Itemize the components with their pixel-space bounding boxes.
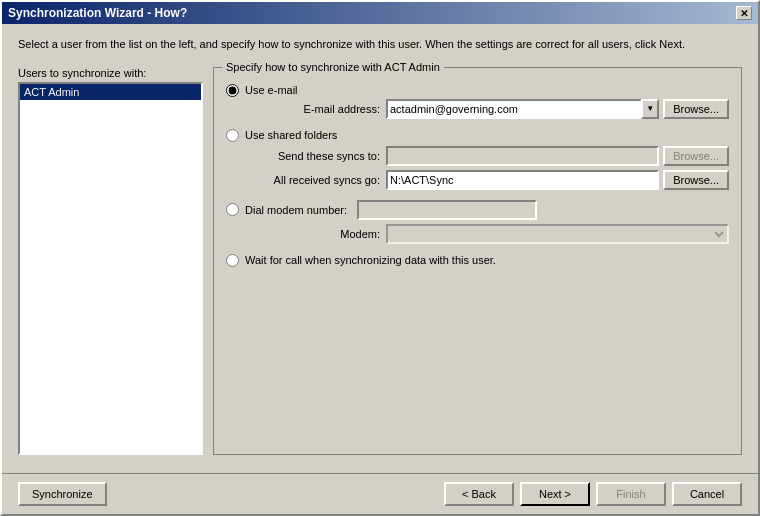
- email-address-row: E-mail address: ▼ Browse...: [246, 99, 729, 119]
- modem-select[interactable]: [386, 224, 729, 244]
- close-button[interactable]: ✕: [736, 6, 752, 20]
- users-list[interactable]: ACT Admin: [18, 82, 203, 456]
- radio-wait-row: Wait for call when synchronizing data wi…: [226, 254, 729, 267]
- shared-folders-section: Use shared folders Send these syncs to: …: [226, 129, 729, 190]
- modem-combo: [386, 224, 729, 244]
- received-syncs-row: All received syncs go: Browse...: [246, 170, 729, 190]
- radio-modem-row: Dial modem number:: [226, 200, 729, 220]
- users-panel-label: Users to synchronize with:: [18, 67, 203, 79]
- main-window: Synchronization Wizard - How? ✕ Select a…: [0, 0, 760, 516]
- received-syncs-input[interactable]: [386, 170, 659, 190]
- email-address-combo: ▼: [386, 99, 659, 119]
- browse-email-button[interactable]: Browse...: [663, 99, 729, 119]
- radio-wait-label: Wait for call when synchronizing data wi…: [245, 254, 496, 266]
- modem-number-input[interactable]: [357, 200, 537, 220]
- footer-left: Synchronize: [18, 482, 107, 506]
- radio-email-label[interactable]: Use e-mail: [245, 84, 298, 96]
- cancel-button[interactable]: Cancel: [672, 482, 742, 506]
- radio-email[interactable]: [226, 84, 239, 97]
- back-button[interactable]: < Back: [444, 482, 514, 506]
- window-title: Synchronization Wizard - How?: [8, 6, 187, 20]
- email-address-label: E-mail address:: [246, 103, 386, 115]
- radio-wait[interactable]: [226, 254, 239, 267]
- radio-shared[interactable]: [226, 129, 239, 142]
- user-item-act-admin[interactable]: ACT Admin: [20, 84, 201, 100]
- footer-right: < Back Next > Finish Cancel: [444, 482, 742, 506]
- modem-label: Modem:: [246, 228, 386, 240]
- users-panel: Users to synchronize with: ACT Admin: [18, 67, 203, 456]
- email-address-input[interactable]: [386, 99, 642, 119]
- send-syncs-row: Send these syncs to: Browse...: [246, 146, 729, 166]
- radio-modem-label[interactable]: Dial modem number:: [245, 204, 347, 216]
- spec-panel: Specify how to synchronize with ACT Admi…: [213, 67, 742, 456]
- received-syncs-label: All received syncs go:: [246, 174, 386, 186]
- browse-send-button[interactable]: Browse...: [663, 146, 729, 166]
- wait-section: Wait for call when synchronizing data wi…: [226, 254, 729, 267]
- email-address-dropdown-arrow[interactable]: ▼: [641, 99, 659, 119]
- title-bar: Synchronization Wizard - How? ✕: [2, 2, 758, 24]
- send-syncs-label: Send these syncs to:: [246, 150, 386, 162]
- finish-button[interactable]: Finish: [596, 482, 666, 506]
- modem-section: Dial modem number: Modem:: [226, 200, 729, 244]
- main-content: Select a user from the list on the left,…: [2, 24, 758, 467]
- radio-shared-label[interactable]: Use shared folders: [245, 129, 337, 141]
- spec-panel-legend: Specify how to synchronize with ACT Admi…: [222, 61, 444, 73]
- radio-email-row: Use e-mail: [226, 84, 729, 97]
- browse-received-button[interactable]: Browse...: [663, 170, 729, 190]
- synchronize-button[interactable]: Synchronize: [18, 482, 107, 506]
- main-area: Users to synchronize with: ACT Admin Spe…: [18, 67, 742, 456]
- radio-modem[interactable]: [226, 203, 239, 216]
- email-section: Use e-mail E-mail address: ▼ Browse...: [226, 84, 729, 119]
- spec-panel-content: Use e-mail E-mail address: ▼ Browse...: [226, 84, 729, 267]
- next-button[interactable]: Next >: [520, 482, 590, 506]
- send-syncs-input[interactable]: [386, 146, 659, 166]
- description-text: Select a user from the list on the left,…: [18, 36, 742, 53]
- modem-row: Modem:: [246, 224, 729, 244]
- radio-shared-row: Use shared folders: [226, 129, 729, 142]
- footer: Synchronize < Back Next > Finish Cancel: [2, 473, 758, 514]
